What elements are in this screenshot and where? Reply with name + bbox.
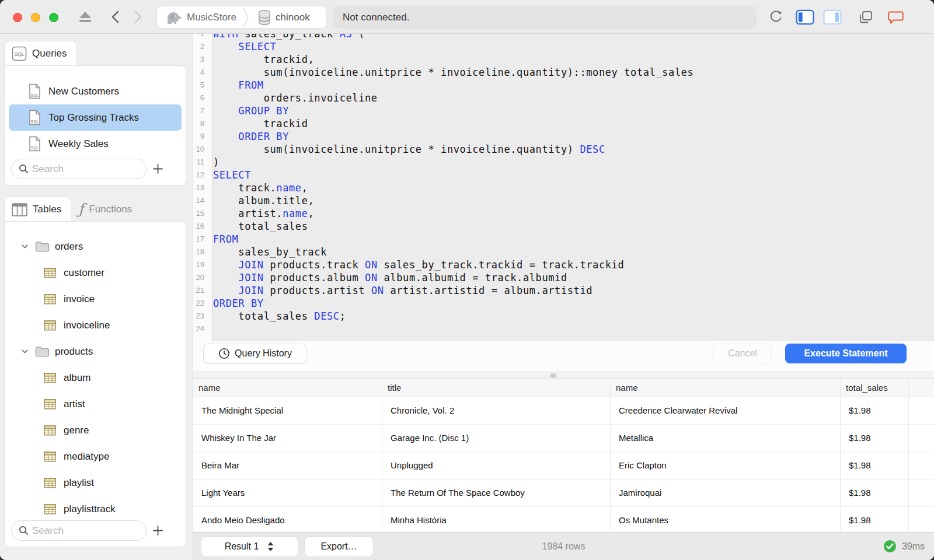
database-icon: [257, 9, 271, 26]
line-number: 13: [193, 181, 209, 194]
table-icon: [44, 320, 56, 331]
table-icon: [44, 504, 56, 514]
tab-functions[interactable]: ƒ Functions: [71, 197, 141, 222]
breadcrumb-server-label: MusicStore: [187, 12, 236, 23]
zoom-button[interactable]: [49, 13, 58, 22]
table-row[interactable]: Beira MarUnpluggedEric Clapton$1.98: [193, 452, 934, 480]
back-button[interactable]: [106, 8, 124, 26]
query-item-weekly-sales[interactable]: SQLWeekly Sales: [9, 131, 182, 157]
tree-table-invoice[interactable]: invoice: [5, 286, 186, 312]
pane-divider[interactable]: [193, 372, 934, 378]
query-item-top-grossing-tracks[interactable]: SQLTop Grossing Tracks: [9, 104, 182, 131]
breadcrumb-separator: [242, 6, 249, 29]
table-cell: Garage Inc. (Disc 1): [382, 425, 611, 452]
close-button[interactable]: [13, 13, 22, 22]
editor-line-20: 20 JOIN products.album ON album.albumid …: [193, 271, 934, 284]
line-number: 9: [193, 130, 209, 143]
connection-status-text: Not connected.: [343, 12, 409, 23]
results-body: The Midnight SpecialChronicle, Vol. 2Cre…: [193, 397, 934, 532]
line-number: 20: [193, 271, 209, 284]
svg-text:SQL: SQL: [14, 51, 24, 57]
refresh-icon: [768, 9, 783, 24]
result-selector[interactable]: Result 1: [201, 536, 298, 557]
search-icon: [19, 164, 29, 174]
tree-table-mediatype[interactable]: mediatype: [5, 443, 186, 470]
sql-file-icon: SQL: [29, 83, 41, 99]
table-cell: Metallica: [611, 425, 841, 452]
folder-icon: [35, 346, 50, 358]
refresh-button[interactable]: [766, 8, 785, 26]
table-row[interactable]: Light YearsThe Return Of The Space Cowbo…: [193, 480, 934, 507]
eject-button[interactable]: [76, 8, 95, 26]
sql-editor[interactable]: 1WITH sales_by_track AS (2 SELECT3 track…: [193, 34, 934, 372]
table-row[interactable]: The Midnight SpecialChronicle, Vol. 2Cre…: [193, 397, 934, 425]
minimize-button[interactable]: [31, 13, 40, 22]
tree-folder-products[interactable]: products: [5, 338, 186, 365]
column-header-name-0[interactable]: name: [193, 379, 382, 397]
stepper-icon: [267, 541, 274, 552]
table-cell: Chronicle, Vol. 2: [382, 397, 611, 424]
breadcrumb-server[interactable]: MusicStore: [157, 6, 242, 28]
line-code: JOIN products.track ON sales_by_track.tr…: [209, 258, 624, 271]
editor-line-7: 7 GROUP BY: [193, 104, 934, 117]
column-header-title-1[interactable]: title: [382, 379, 611, 397]
execute-label: Execute Statement: [804, 348, 887, 359]
tree-table-genre[interactable]: genre: [5, 417, 186, 443]
toggle-left-sidebar-button[interactable]: [796, 8, 814, 26]
tab-tables[interactable]: Tables: [4, 197, 71, 222]
editor-line-3: 3 trackid,: [193, 53, 934, 66]
query-item-new-customers[interactable]: SQLNew Customers: [9, 78, 182, 104]
forward-button[interactable]: [129, 8, 148, 26]
editor-line-6: 6 orders.invoiceline: [193, 92, 934, 104]
table-columns-icon: [12, 203, 27, 216]
tab-queries[interactable]: SQL Queries: [4, 41, 77, 66]
feedback-button[interactable]: [886, 8, 905, 26]
tree-table-invoiceline[interactable]: invoiceline: [5, 312, 186, 338]
table-cell: Jamiroquai: [611, 480, 841, 506]
divider-drag-handle[interactable]: [550, 373, 556, 378]
tree-table-label: customer: [64, 267, 104, 279]
table-icon: [44, 268, 56, 278]
tree-table-playlisttrack[interactable]: playlisttrack: [5, 496, 186, 522]
svg-text:SQL: SQL: [30, 146, 39, 150]
line-number: 10: [193, 143, 209, 156]
queries-search[interactable]: [11, 159, 147, 179]
tree-folder-orders[interactable]: orders: [5, 233, 186, 260]
table-cell: Eric Clapton: [611, 452, 841, 479]
line-number: 24: [193, 323, 209, 335]
folder-icon: [35, 241, 50, 253]
table-icon: [44, 425, 56, 436]
query-history-button[interactable]: Query History: [203, 344, 307, 363]
result-selector-label: Result 1: [225, 541, 259, 552]
execute-statement-button[interactable]: Execute Statement: [785, 344, 907, 363]
table-cell: $1.98: [841, 397, 909, 424]
chevron-down-icon[interactable]: [20, 347, 30, 356]
export-button[interactable]: Export…: [304, 536, 374, 557]
tree-table-label: playlist: [64, 477, 94, 489]
app-window: MusicStore chinook Not connected.: [0, 0, 934, 560]
table-icon: [44, 478, 56, 488]
editor-lines: 1WITH sales_by_track AS (2 SELECT3 track…: [193, 34, 934, 335]
line-number: 4: [193, 66, 209, 79]
editor-line-24: 24: [193, 323, 934, 335]
tree-table-playlist[interactable]: playlist: [5, 470, 186, 496]
table-cell: Unplugged: [382, 452, 611, 479]
tables-search-input[interactable]: [32, 525, 161, 537]
feedback-chat-icon: [887, 10, 904, 24]
function-icon: ƒ: [78, 204, 83, 215]
windows-button[interactable]: [856, 8, 874, 26]
tree-table-customer[interactable]: customer: [5, 260, 186, 286]
breadcrumb-database[interactable]: chinook: [249, 6, 316, 28]
table-row[interactable]: Whiskey In The JarGarage Inc. (Disc 1)Me…: [193, 425, 934, 452]
line-code: SELECT: [209, 169, 251, 181]
tables-search[interactable]: [11, 520, 147, 541]
chevron-down-icon[interactable]: [20, 242, 30, 251]
table-row[interactable]: Ando Meio DesligadoMinha HistóriaOs Muta…: [193, 507, 934, 532]
toggle-right-sidebar-button[interactable]: [823, 8, 842, 26]
tree-table-artist[interactable]: artist: [5, 391, 186, 417]
queries-search-input[interactable]: [32, 163, 161, 175]
column-header-name-2[interactable]: name: [611, 379, 841, 397]
editor-line-23: 23 total_sales DESC;: [193, 310, 934, 323]
tree-table-album[interactable]: album: [5, 365, 186, 391]
column-header-total-sales-3[interactable]: total_sales: [841, 379, 909, 397]
